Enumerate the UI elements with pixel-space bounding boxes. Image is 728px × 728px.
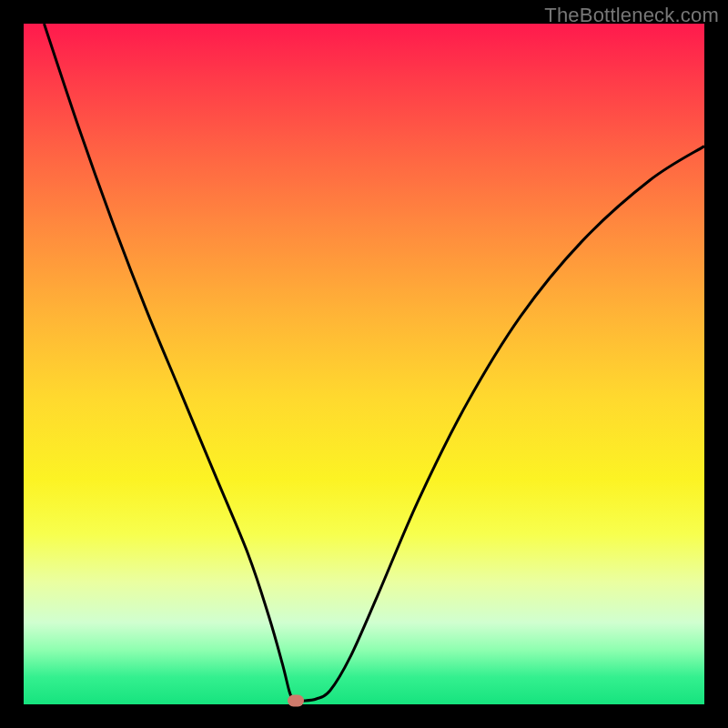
- bottleneck-curve: [44, 24, 704, 702]
- curve-svg: [24, 24, 704, 704]
- chart-frame: TheBottleneck.com: [0, 0, 728, 728]
- minimum-marker: [288, 695, 304, 707]
- watermark-text: TheBottleneck.com: [544, 4, 719, 27]
- chart-plot-area: [24, 24, 704, 704]
